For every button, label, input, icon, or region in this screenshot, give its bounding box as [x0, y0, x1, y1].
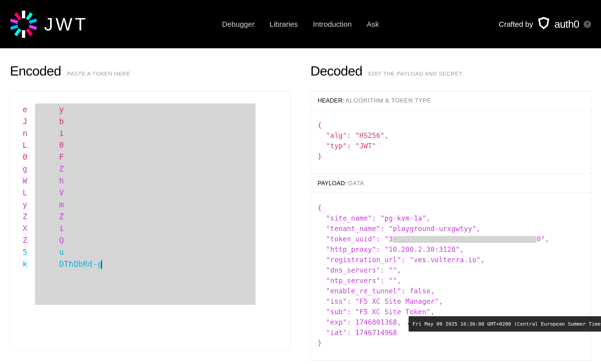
token-payload-part: gZWhLVymZZXiZQ: [23, 164, 64, 245]
auth0-shield-icon: [538, 17, 550, 32]
exp-tooltip: Fri May 09 2025 16:36:08 GMT+0200 (Centr…: [409, 316, 601, 332]
main-content: Encoded PASTE A TOKEN HERE eyJbniL00FgZW…: [0, 48, 601, 361]
header-json[interactable]: { "alg": "HS256", "typ": "JWT" }: [311, 110, 591, 174]
svg-rect-6: [29, 25, 37, 30]
svg-rect-8: [26, 28, 33, 36]
svg-rect-1: [22, 30, 25, 38]
header-panel-title: HEADER: ALGORITHM & TOKEN TYPE: [311, 91, 591, 110]
text-cursor: [101, 260, 102, 269]
nav-libraries[interactable]: Libraries: [270, 20, 298, 28]
nav-introduction[interactable]: Introduction: [313, 20, 352, 28]
encoded-textarea[interactable]: eyJbniL00FgZWhLVymZZXiZQ5ukDThQbRd-g: [10, 91, 291, 351]
encoded-title: Encoded: [10, 63, 61, 78]
payload-panel-sub: DATA: [348, 180, 364, 186]
payload-json[interactable]: { "site_name": "pg-kvm-1a", "tenant_name…: [311, 193, 591, 360]
decoded-title: Decoded: [310, 63, 362, 78]
token-signature-part: 5ukDThQbRd-g: [23, 247, 102, 269]
token-uuid-redaction: [393, 236, 537, 243]
header-panel-sub: ALGORITHM & TOKEN TYPE: [346, 97, 431, 104]
svg-rect-9: [14, 12, 21, 20]
svg-rect-4: [29, 18, 37, 24]
svg-rect-7: [10, 18, 18, 24]
token-header-part: eyJbniL00F: [23, 105, 64, 162]
nav-ask[interactable]: Ask: [367, 20, 379, 28]
auth0-text[interactable]: auth0: [554, 18, 579, 30]
decoded-panel: HEADER: ALGORITHM & TOKEN TYPE { "alg": …: [310, 91, 591, 361]
svg-rect-2: [26, 12, 33, 20]
decoded-header: Decoded EDIT THE PAYLOAD AND SECRET: [310, 63, 591, 78]
crafted-by-label: Crafted by: [499, 20, 533, 28]
main-nav: Debugger Libraries Introduction Ask: [222, 20, 379, 28]
decoded-subtitle: EDIT THE PAYLOAD AND SECRET: [368, 71, 462, 77]
help-icon[interactable]: ?: [584, 21, 591, 28]
svg-rect-5: [10, 25, 18, 30]
header-panel-label: HEADER:: [318, 97, 344, 104]
payload-panel-label: PAYLOAD:: [318, 180, 346, 186]
top-bar: JWT Debugger Libraries Introduction Ask …: [0, 0, 601, 48]
crafted-by: Crafted by auth0 ?: [499, 17, 591, 32]
encoded-column: Encoded PASTE A TOKEN HERE eyJbniL00FgZW…: [10, 63, 291, 361]
svg-rect-0: [22, 11, 25, 18]
svg-rect-3: [14, 28, 21, 36]
nav-debugger[interactable]: Debugger: [222, 20, 255, 28]
brand-text: JWT: [44, 14, 88, 34]
encoded-header: Encoded PASTE A TOKEN HERE: [10, 63, 291, 78]
jwt-pinwheel-icon: [10, 11, 37, 38]
logo[interactable]: JWT: [10, 11, 88, 38]
payload-panel-title: PAYLOAD: DATA: [311, 174, 591, 193]
encoded-subtitle: PASTE A TOKEN HERE: [67, 71, 130, 77]
decoded-column: Decoded EDIT THE PAYLOAD AND SECRET HEAD…: [310, 63, 591, 361]
